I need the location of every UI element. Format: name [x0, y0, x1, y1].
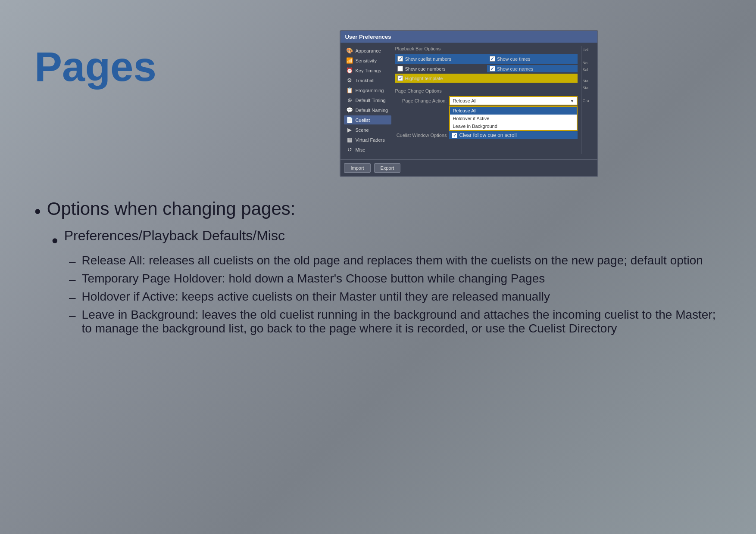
dialog-title: User Preferences — [345, 34, 391, 40]
dropdown-opt-holdover[interactable]: Holdover if Active — [450, 115, 577, 122]
sub-bullet-1: • Preferences/Playback Defaults/Misc — [34, 228, 722, 251]
user-prefs-dialog: User Preferences 🎨 Appearance 📶 Sensitiv… — [340, 30, 598, 177]
cuelist-icon: 📄 — [346, 117, 353, 123]
clear-follow-row: Clear follow cue on scroll — [449, 131, 578, 139]
dropdown-arrow-icon: ▼ — [570, 99, 575, 103]
bottom-section: • Options when changing pages: • Prefere… — [0, 186, 756, 534]
show-cuelist-row: Show cuelist numbers Show cue times — [395, 54, 578, 64]
indent-item-4-text: Leave in Background: leaves the old cuel… — [82, 308, 722, 335]
virtualfaders-icon: ▦ — [346, 137, 353, 143]
page-change-section-header: Page Change Options — [395, 88, 578, 94]
right-col-label3: Sal — [582, 68, 593, 72]
indent-item-4: – Leave in Background: leaves the old cu… — [34, 308, 722, 335]
clear-follow-checkbox[interactable] — [452, 133, 457, 138]
sidebar-item-sensitivity[interactable]: 📶 Sensitivity — [344, 56, 391, 65]
highlight-template-label: Highlight template — [405, 76, 443, 81]
defaulttiming-icon: ⊕ — [346, 97, 353, 103]
show-cue-names-cb[interactable]: Show cue names — [487, 65, 578, 72]
slide: Pages User Preferences 🎨 Appearance — [0, 0, 756, 534]
cue-names-checkbox[interactable] — [490, 66, 495, 71]
programming-icon: 📋 — [346, 87, 353, 93]
trackball-icon: ⚙ — [346, 77, 353, 84]
sidebar-item-programming[interactable]: 📋 Programming — [344, 86, 391, 95]
appearance-icon: 🎨 — [346, 47, 353, 54]
sidebar-item-trackball[interactable]: ⚙ Trackball — [344, 76, 391, 85]
right-col-label1: Col — [582, 48, 593, 52]
dropdown-opt-release-all[interactable]: Release All — [450, 107, 577, 115]
sidebar-label-cuelist: Cuelist — [355, 118, 370, 123]
cue-times-label: Show cue times — [497, 56, 531, 62]
dialog-sidebar: 🎨 Appearance 📶 Sensitivity ⏰ Key Timings — [344, 46, 391, 154]
dropdown-selected-value: Release All — [453, 98, 476, 103]
sidebar-item-scene[interactable]: ▶ Scene — [344, 125, 391, 134]
top-section: Pages User Preferences 🎨 Appearance — [0, 0, 756, 186]
page-change-action-label: Page Change Action: — [395, 98, 447, 103]
right-col-label4: Sta — [582, 79, 593, 83]
dialog-title-bar: User Preferences — [341, 31, 597, 43]
export-button[interactable]: Export — [374, 163, 401, 173]
sidebar-label-defaulttiming: Default Timing — [355, 98, 385, 103]
keytimings-icon: ⏰ — [346, 67, 353, 74]
sidebar-item-appearance[interactable]: 🎨 Appearance — [344, 46, 391, 55]
cuelist-numbers-checkbox[interactable] — [397, 56, 403, 62]
sidebar-label-appearance: Appearance — [355, 48, 381, 53]
dash-3: – — [69, 291, 76, 304]
right-col-label6: Gra — [582, 99, 593, 103]
sidebar-label-trackball: Trackball — [355, 78, 374, 83]
indent-item-2-text: Temporary Page Holdover: hold down a Mas… — [82, 272, 722, 286]
highlight-template-checkbox[interactable] — [397, 75, 403, 81]
sidebar-item-cuelist[interactable]: 📄 Cuelist — [344, 115, 391, 124]
show-cue-times-cb[interactable]: Show cue times — [487, 55, 575, 62]
sidebar-label-programming: Programming — [355, 88, 384, 93]
cue-times-checkbox[interactable] — [490, 56, 495, 62]
page-change-options: Page Change Options Page Change Action: … — [395, 88, 578, 141]
indent-item-3: – Holdover if Active: keeps active cueli… — [34, 290, 722, 304]
sub-bullet-1-text: Preferences/Playback Defaults/Misc — [64, 228, 722, 244]
sidebar-label-keytimings: Key Timings — [355, 68, 381, 73]
dialog-body: 🎨 Appearance 📶 Sensitivity ⏰ Key Timings — [341, 43, 597, 158]
scene-icon: ▶ — [346, 127, 353, 133]
cuelist-numbers-label: Show cuelist numbers — [405, 56, 451, 62]
sidebar-label-sensitivity: Sensitivity — [355, 58, 377, 63]
cue-numbers-label: Show cue numbers — [405, 66, 445, 71]
cue-numbers-checkbox[interactable] — [397, 66, 403, 71]
show-cue-numbers-cb[interactable]: Show cue numbers — [395, 65, 486, 73]
page-change-dropdown[interactable]: Release All ▼ — [449, 96, 578, 106]
dash-1: – — [69, 255, 76, 268]
row1-grid: Show cuelist numbers Show cue times — [397, 55, 575, 63]
show-cuelist-numbers-cb[interactable]: Show cuelist numbers — [397, 55, 486, 63]
indent-item-3-text: Holdover if Active: keeps active cuelist… — [82, 290, 722, 304]
highlight-template-cb[interactable]: Highlight template — [397, 75, 575, 82]
sidebar-item-misc[interactable]: ↺ Misc — [344, 145, 391, 154]
sidebar-label-misc: Misc — [355, 147, 365, 152]
sidebar-label-scene: Scene — [355, 127, 369, 133]
defaultnaming-icon: 💬 — [346, 107, 353, 113]
clear-follow-label: Clear follow cue on scroll — [459, 132, 516, 138]
sidebar-label-virtualfaders: Virtual Faders — [355, 137, 384, 143]
dash-4: – — [69, 309, 76, 323]
dash-2: – — [69, 273, 76, 286]
dialog-container: User Preferences 🎨 Appearance 📶 Sensitiv… — [217, 30, 722, 177]
right-col-label2: No — [582, 61, 593, 65]
indent-item-2: – Temporary Page Holdover: hold down a M… — [34, 272, 722, 286]
dropdown-opt-leave-background[interactable]: Leave in Background — [450, 122, 577, 130]
page-change-dropdown-container: Release All ▼ Release All Holdover if Ac… — [449, 96, 578, 106]
playback-bar-options: Playback Bar Options Show cuelist number… — [395, 46, 578, 83]
main-bullet-1-text: Options when changing pages: — [47, 199, 296, 219]
cuelist-window-content: Clear follow cue on scroll — [449, 131, 578, 139]
sidebar-item-defaultnaming[interactable]: 💬 Default Naming — [344, 106, 391, 115]
import-button[interactable]: Import — [344, 163, 370, 173]
sidebar-item-keytimings[interactable]: ⏰ Key Timings — [344, 66, 391, 75]
bullet-dot-sub1: • — [52, 230, 58, 251]
cuelist-window-row: Cuelist Window Options Clear follow cue … — [395, 131, 578, 139]
dialog-footer: Import Export — [341, 159, 597, 176]
sidebar-item-defaulttiming[interactable]: ⊕ Default Timing — [344, 96, 391, 105]
dialog-right-panel: Col No Sal Sta Sta Gra — [581, 46, 594, 154]
sidebar-item-virtualfaders[interactable]: ▦ Virtual Faders — [344, 135, 391, 144]
cuelist-window-label: Cuelist Window Options — [395, 133, 447, 138]
indent-item-1-text: Release All: releases all cuelists on th… — [82, 254, 722, 267]
page-title: Pages — [34, 43, 156, 90]
sidebar-label-defaultnaming: Default Naming — [355, 108, 388, 113]
dropdown-options-list: Release All Holdover if Active Leave in … — [449, 106, 578, 131]
dialog-main-content: Playback Bar Options Show cuelist number… — [391, 46, 581, 154]
